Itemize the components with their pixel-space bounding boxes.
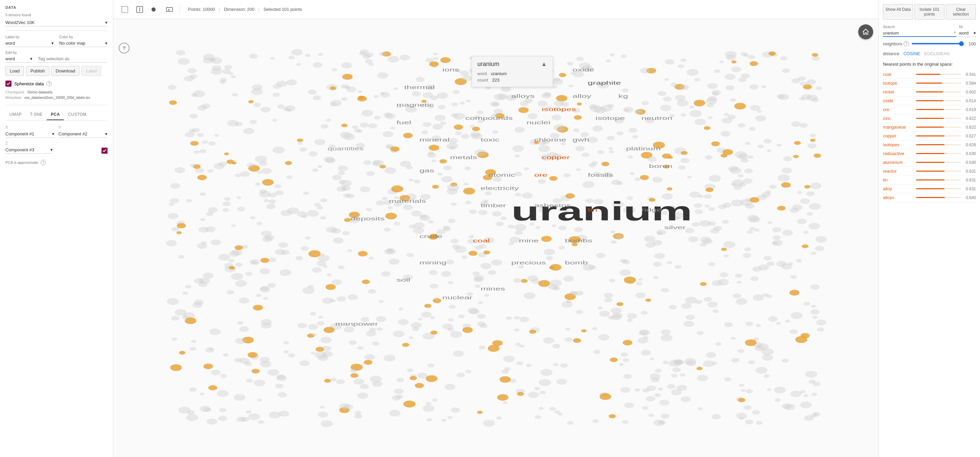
nearest-item[interactable]: radioactive 0.630 [883,149,976,158]
by-selector[interactable]: word ▾ [959,29,976,37]
svg-point-984 [737,281,741,284]
svg-point-1117 [616,131,624,136]
tab-pca[interactable]: PCA [47,109,64,120]
svg-point-1061 [741,389,746,392]
svg-point-1059 [593,199,603,205]
publish-button[interactable]: Publish [26,66,49,76]
edit-by-group: Edit by word ▾ [5,50,108,62]
nearest-item[interactable]: copper 0.627 [883,132,976,141]
svg-point-759 [336,379,345,384]
sphereize-checkbox[interactable] [5,81,11,87]
slider-thumb[interactable] [959,41,964,46]
distance-cosine[interactable]: COSINE [903,50,920,57]
svg-point-1192 [361,317,369,321]
sphereize-help-icon[interactable]: ? [46,81,52,86]
svg-point-660 [197,175,207,180]
svg-point-621 [477,314,486,319]
clear-selection-button[interactable]: Clear selection [946,4,976,20]
isolate-button[interactable]: Isolate 101 points [915,4,945,20]
show-all-button[interactable]: Show All Data [883,4,913,20]
axis-x-selector[interactable]: Component #1 ▾ [5,130,54,138]
pca-help-icon[interactable]: ? [41,160,46,165]
svg-point-940 [513,278,522,283]
svg-point-921 [552,344,560,349]
tab-umap[interactable]: UMAP [5,109,26,120]
canvas-container[interactable]: uraniumionsoxidethermalhydrogengraphitem… [113,19,878,457]
nearest-item[interactable]: tin 0.631 [883,176,976,184]
canvas-help-icon[interactable]: ? [119,43,129,53]
svg-point-881 [559,73,566,77]
svg-point-825 [767,262,775,266]
svg-point-715 [491,259,502,266]
label-icon[interactable]: A [163,3,175,16]
svg-point-28 [663,96,672,102]
svg-point-117 [749,127,756,131]
nearest-item[interactable]: ore 0.619 [883,105,976,114]
label-by-selector[interactable]: word ▾ [5,40,54,47]
svg-point-601 [350,369,357,373]
neighbors-help-icon[interactable]: ? [904,41,909,46]
svg-point-619 [409,179,413,181]
nearest-item[interactable]: reactor 0.631 [883,167,976,176]
nearest-item[interactable]: zinc 0.622 [883,114,976,123]
svg-point-514 [653,276,659,279]
color-by-selector[interactable]: No color map ▾ [59,40,108,47]
nearest-item[interactable]: alloy 0.631 [883,184,976,193]
svg-point-236 [700,236,711,243]
nearest-item[interactable]: oxide 0.614 [883,96,976,105]
tensor-selector[interactable]: Word2Vec 10K ▾ [5,19,108,26]
edit-by-selector[interactable]: word ▾ [5,55,32,62]
svg-point-78 [322,346,331,351]
axis-z-selector[interactable]: Component #3 ▾ [5,146,53,154]
tab-custom[interactable]: CUSTOM [64,109,91,120]
nearest-item[interactable]: alloys 0.640 [883,193,976,202]
axis-y-selector[interactable]: Component #2 ▾ [59,130,108,138]
neighbors-slider[interactable] [912,43,963,44]
load-button[interactable]: Load [5,66,24,76]
tag-selection-input[interactable] [38,55,108,62]
svg-point-1030 [776,144,781,147]
svg-point-147 [620,259,627,263]
svg-point-938 [281,210,292,216]
svg-text:thermal: thermal [404,84,435,90]
svg-point-702 [248,413,260,420]
distance-euclidean[interactable]: EUCLIDEAN [924,50,949,57]
nearest-item[interactable]: coal 0.541 [883,70,976,79]
search-input[interactable] [883,30,953,36]
svg-point-293 [199,227,208,233]
svg-point-1086 [477,411,483,414]
search-input-wrapper: * [883,30,956,37]
svg-point-1009 [667,384,675,389]
nearest-item[interactable]: aluminium 0.630 [883,158,976,167]
svg-point-1150 [229,72,233,75]
svg-point-796 [772,227,781,233]
svg-point-831 [560,207,569,212]
tooltip-close-icon[interactable]: ▲ [541,61,547,68]
svg-point-563 [467,292,473,296]
svg-point-51 [360,123,369,128]
svg-point-148 [772,241,778,245]
night-mode-icon[interactable] [148,3,161,16]
home-button[interactable] [858,24,873,39]
svg-point-425 [646,68,656,74]
svg-point-974 [223,201,231,206]
svg-point-936 [200,218,205,221]
tab-tsne[interactable]: T-SNE [26,109,47,120]
svg-point-602 [768,316,778,321]
svg-point-151 [260,357,270,363]
nearest-bar-bg [916,91,961,93]
nearest-item[interactable]: isotopes 0.628 [883,141,976,149]
nearest-item[interactable]: isotope 0.584 [883,79,976,88]
svg-point-766 [365,59,373,64]
nearest-item[interactable]: manganese 0.622 [883,123,976,132]
selection-rect-icon[interactable] [119,3,131,16]
download-button[interactable]: Download [51,66,80,76]
label-button[interactable]: Label [81,66,101,76]
svg-point-88 [549,407,555,411]
svg-point-703 [277,104,285,109]
svg-point-1126 [658,420,665,425]
svg-point-1200 [450,331,462,338]
z-axis-checkbox[interactable] [102,148,108,154]
selection-move-icon[interactable] [134,3,146,16]
nearest-item[interactable]: nickel 0.602 [883,88,976,96]
